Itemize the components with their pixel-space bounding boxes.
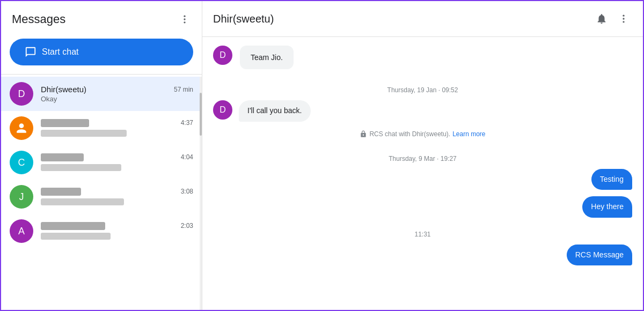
svg-point-3 (623, 15, 624, 17)
svg-point-5 (623, 21, 624, 23)
chat-more-button[interactable] (615, 10, 632, 28)
msg-row-testing: Testing (213, 169, 632, 190)
start-chat-button[interactable]: Start chat (10, 39, 193, 65)
conv-name-4-blurred (41, 188, 81, 196)
divider (1, 74, 202, 75)
conv-time-2: 4:37 (181, 119, 193, 127)
rcs-info-text: RCS chat with Dhir(sweetu). (369, 130, 450, 138)
conv-name-2-blurred (41, 119, 89, 127)
chat-area: Dhir(sweetu) D Team Jio. Thursday, 1 (202, 1, 643, 311)
conv-preview-2-blurred (41, 130, 127, 137)
more-vert-icon (618, 13, 629, 24)
conv-preview-dhir: Okay (41, 95, 193, 103)
msg-row-heythere: Hey there (213, 196, 632, 218)
svg-point-0 (184, 16, 185, 17)
avatar-dhir: D (10, 82, 33, 106)
avatar-msg1: D (213, 46, 232, 65)
chat-header-actions (592, 10, 632, 28)
svg-point-2 (184, 21, 185, 23)
rcs-info: RCS chat with Dhir(sweetu). Learn more (213, 130, 632, 138)
msg-bubble-teamjio: Team Jio. (240, 46, 294, 69)
avatar-msg2: D (213, 100, 232, 120)
msg-bubble-rcs: RCS Message (567, 245, 632, 266)
msg-bubble-callback: I'll call you back. (239, 100, 311, 122)
msg-bubble-testing: Testing (591, 169, 632, 190)
msg-row-callback: D I'll call you back. (213, 100, 632, 122)
sidebar: Messages Start chat D Dhir(sweetu) 57 mi… (1, 1, 202, 311)
sidebar-title: Messages (12, 12, 65, 26)
conv-time-3: 4:04 (181, 153, 193, 161)
timestamp-3: 11:31 (213, 231, 632, 238)
conversation-item-3[interactable]: C 4:04 (1, 145, 202, 180)
conversation-item-dhir[interactable]: D Dhir(sweetu) 57 min Okay (1, 77, 202, 111)
svg-point-4 (623, 18, 624, 19)
scrollbar-track (200, 77, 202, 311)
conv-preview-3-blurred (41, 164, 121, 171)
conv-name-5-blurred (41, 222, 105, 230)
conv-name-dhir: Dhir(sweetu) (41, 85, 86, 94)
conv-preview-4-blurred (41, 198, 124, 205)
avatar-4: J (10, 185, 33, 209)
conv-time-4: 3:08 (181, 188, 193, 195)
sidebar-header: Messages (1, 1, 202, 33)
notifications-button[interactable] (592, 10, 611, 28)
avatar-3: C (10, 151, 33, 174)
conversation-list: D Dhir(sweetu) 57 min Okay 4:37 (1, 77, 202, 311)
conv-name-3-blurred (41, 153, 84, 161)
rcs-learn-more-link[interactable]: Learn more (452, 130, 485, 138)
sidebar-more-button[interactable] (176, 11, 193, 28)
avatar-5: A (10, 219, 33, 243)
conv-time-5: 2:03 (181, 222, 193, 229)
msg-row-rcs: RCS Message (213, 245, 632, 266)
avatar-2 (10, 116, 33, 140)
chat-header-title: Dhir(sweetu) (213, 13, 274, 25)
start-chat-label: Start chat (42, 47, 78, 57)
conv-content-dhir: Dhir(sweetu) 57 min Okay (41, 85, 193, 103)
svg-point-1 (184, 18, 185, 20)
conv-time-dhir: 57 min (174, 86, 193, 93)
conversation-item-5[interactable]: A 2:03 (1, 214, 202, 248)
conv-preview-5-blurred (41, 233, 111, 240)
bell-icon (596, 13, 608, 25)
chat-icon (25, 46, 36, 58)
timestamp-1: Thursday, 19 Jan · 09:52 (213, 86, 632, 94)
msg-bubble-heythere: Hey there (582, 196, 632, 218)
timestamp-2: Thursday, 9 Mar · 19:27 (213, 155, 632, 162)
conversation-item-4[interactable]: J 3:08 (1, 180, 202, 214)
chat-messages: D Team Jio. Thursday, 19 Jan · 09:52 D I… (202, 37, 643, 311)
conversation-item-2[interactable]: 4:37 (1, 111, 202, 145)
chat-header: Dhir(sweetu) (202, 1, 643, 37)
scrollbar-thumb[interactable] (200, 93, 202, 136)
lock-icon (360, 130, 367, 138)
